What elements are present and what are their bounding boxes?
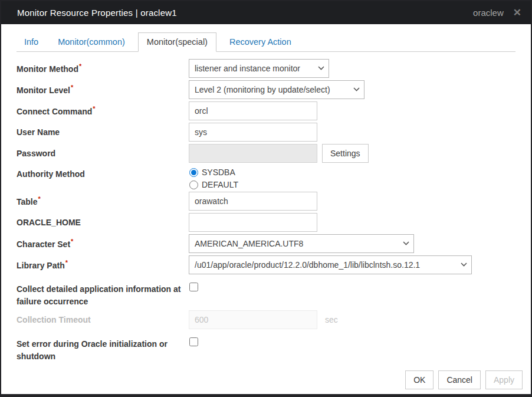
titlebar: Monitor Resource Properties | oraclew1 o…: [1, 1, 531, 24]
monitor-special-form: Monitor Method* listener and instance mo…: [17, 52, 515, 363]
library-path-row: Library Path* /u01/app/oracle/product/12…: [17, 255, 515, 274]
oracle-home-label: ORACLE_HOME: [17, 216, 189, 229]
library-path-label: Library Path*: [17, 258, 189, 272]
required-marker: *: [79, 63, 81, 70]
oracle-home-row: ORACLE_HOME: [17, 213, 515, 232]
set-error-row: Set error during Oracle initialization o…: [17, 335, 515, 363]
tab-recovery-action[interactable]: Recovery Action: [223, 33, 298, 51]
table-input[interactable]: [189, 192, 317, 211]
monitor-method-row: Monitor Method* listener and instance mo…: [17, 59, 515, 78]
footer-buttons: OK Cancel Apply: [405, 370, 523, 389]
monitor-method-select[interactable]: listener and instance monitor: [189, 59, 329, 78]
authority-default-option[interactable]: DEFAULT: [189, 180, 238, 189]
character-set-row: Character Set* AMERICAN_AMERICA.UTF8: [17, 234, 515, 253]
collection-timeout-unit: sec: [325, 315, 338, 324]
authority-method-label: Authority Method: [17, 165, 189, 181]
collection-timeout-row: Collection Timeout sec: [17, 310, 515, 329]
monitor-method-label: Monitor Method*: [17, 61, 189, 76]
default-radio-label: DEFAULT: [202, 180, 238, 189]
user-name-input[interactable]: [189, 123, 317, 142]
set-error-checkbox[interactable]: [189, 337, 198, 346]
dialog-title: Monitor Resource Properties | oraclew1: [17, 8, 177, 18]
dialog-window: Monitor Resource Properties | oraclew1 o…: [0, 0, 532, 397]
required-marker: *: [93, 105, 95, 112]
required-marker: *: [71, 84, 73, 91]
collect-detail-label: Collect detailed application information…: [17, 280, 189, 308]
connect-command-label: Connect Command*: [17, 104, 189, 118]
collect-detail-checkbox[interactable]: [189, 283, 198, 291]
tab-info[interactable]: Info: [18, 33, 45, 51]
required-marker: *: [38, 195, 41, 202]
monitor-level-row: Monitor Level* Level 2 (monitoring by up…: [17, 80, 515, 99]
user-label: oraclew: [473, 8, 504, 18]
user-name-row: User Name: [17, 123, 515, 142]
sysdba-radio-label: SYSDBA: [202, 168, 235, 177]
collect-detail-row: Collect detailed application information…: [17, 280, 515, 308]
default-radio[interactable]: [189, 181, 198, 189]
apply-button[interactable]: Apply: [485, 370, 523, 389]
cancel-button[interactable]: Cancel: [438, 370, 481, 389]
tabbar: Info Monitor(common) Monitor(special) Re…: [17, 32, 515, 52]
character-set-label: Character Set*: [17, 237, 189, 251]
user-name-label: User Name: [17, 126, 189, 139]
oracle-home-input[interactable]: [189, 213, 317, 232]
authority-method-row: Authority Method SYSDBA DEFAULT: [17, 165, 515, 189]
table-row: Table*: [17, 192, 515, 211]
ok-button[interactable]: OK: [405, 370, 434, 389]
required-marker: *: [71, 238, 73, 245]
library-path-select[interactable]: /u01/app/oracle/product/12.2.0/dbhome_1/…: [189, 255, 472, 274]
authority-sysdba-option[interactable]: SYSDBA: [189, 168, 238, 177]
password-row: Password Settings: [17, 144, 515, 163]
connect-command-input[interactable]: [189, 101, 317, 120]
required-marker: *: [65, 259, 68, 266]
monitor-level-label: Monitor Level*: [17, 83, 189, 97]
sysdba-radio[interactable]: [189, 168, 198, 177]
connect-command-row: Connect Command*: [17, 101, 515, 120]
collection-timeout-input: [189, 310, 317, 329]
close-icon[interactable]: ✕: [513, 8, 521, 18]
character-set-select[interactable]: AMERICAN_AMERICA.UTF8: [189, 234, 414, 253]
password-label: Password: [17, 147, 189, 160]
tab-monitor-common[interactable]: Monitor(common): [51, 33, 132, 51]
set-error-label: Set error during Oracle initialization o…: [17, 335, 189, 363]
password-input: [189, 144, 317, 163]
collection-timeout-label: Collection Timeout: [17, 314, 189, 326]
tab-monitor-special[interactable]: Monitor(special): [138, 32, 216, 52]
table-label: Table*: [17, 194, 189, 208]
password-settings-button[interactable]: Settings: [322, 144, 369, 163]
monitor-level-select[interactable]: Level 2 (monitoring by update/select): [189, 80, 364, 99]
